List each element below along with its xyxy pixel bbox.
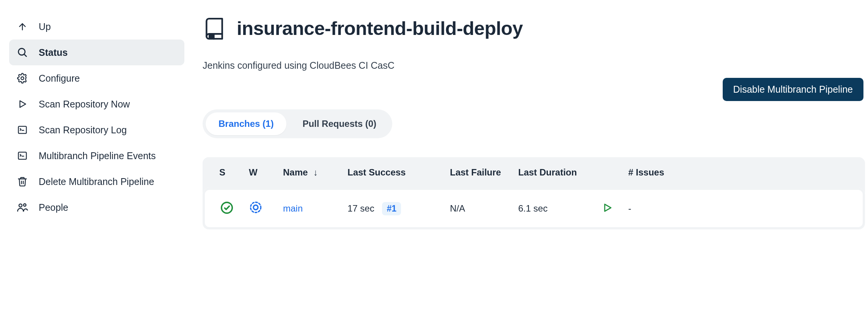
tab-bar: Branches (1) Pull Requests (0) [203, 109, 392, 138]
sidebar-item-scan-now[interactable]: Scan Repository Now [9, 91, 184, 117]
sidebar-item-scan-log[interactable]: Scan Repository Log [9, 117, 184, 143]
people-icon [17, 202, 28, 213]
sort-arrow-icon: ↓ [313, 167, 318, 177]
disable-multibranch-button[interactable]: Disable Multibranch Pipeline [723, 78, 863, 101]
sidebar-item-label: Scan Repository Log [39, 125, 127, 136]
sidebar-item-label: Status [39, 47, 68, 58]
col-status[interactable]: S [203, 157, 241, 188]
sidebar-item-label: Up [39, 21, 51, 32]
weather-sunny-icon [249, 201, 263, 214]
col-last-success[interactable]: Last Success [340, 157, 442, 188]
col-weather[interactable]: W [241, 157, 275, 188]
svg-point-8 [253, 205, 258, 210]
tab-branches[interactable]: Branches (1) [206, 112, 286, 135]
col-run [594, 157, 621, 188]
tab-pull-requests[interactable]: Pull Requests (0) [289, 112, 389, 135]
svg-point-9 [251, 202, 261, 213]
sidebar-item-delete[interactable]: Delete Multibranch Pipeline [9, 169, 184, 194]
svg-point-1 [21, 77, 24, 79]
build-badge[interactable]: #1 [382, 202, 401, 215]
col-name-label: Name [283, 167, 308, 177]
terminal-icon [17, 124, 28, 136]
sidebar-item-label: People [39, 202, 68, 213]
last-duration-text: 6.1 sec [511, 188, 594, 229]
sidebar-item-configure[interactable]: Configure [9, 65, 184, 91]
sidebar-item-status[interactable]: Status [9, 40, 184, 65]
sidebar-item-people[interactable]: People [9, 194, 184, 220]
sidebar-item-up[interactable]: Up [9, 14, 184, 40]
sidebar-item-events[interactable]: Multibranch Pipeline Events [9, 143, 184, 169]
last-failure-text: N/A [442, 188, 511, 229]
last-success-text: 17 sec [348, 203, 374, 213]
col-name[interactable]: Name ↓ [275, 157, 340, 188]
svg-point-5 [19, 204, 22, 207]
col-issues[interactable]: # Issues [621, 157, 865, 188]
branch-link-main[interactable]: main [283, 203, 303, 213]
run-build-button[interactable] [602, 202, 613, 213]
sidebar-item-label: Configure [39, 73, 80, 84]
svg-point-6 [24, 204, 26, 207]
table-row: main 17 sec #1 N/A 6.1 sec [203, 188, 865, 229]
sidebar-item-label: Scan Repository Now [39, 99, 130, 110]
book-bookmark-icon [203, 17, 226, 40]
gear-icon [17, 73, 28, 84]
terminal-icon [17, 150, 28, 161]
svg-marker-2 [20, 101, 26, 107]
main-content: insurance-frontend-build-deploy Jenkins … [193, 0, 868, 316]
sidebar-item-label: Multibranch Pipeline Events [39, 150, 156, 161]
page-title-row: insurance-frontend-build-deploy [203, 17, 865, 40]
page-title: insurance-frontend-build-deploy [237, 17, 523, 40]
sidebar-item-label: Delete Multibranch Pipeline [39, 176, 154, 187]
trash-icon [17, 176, 28, 187]
svg-marker-10 [605, 204, 611, 211]
branches-table: S W Name ↓ Last Success Last Failure Las… [203, 157, 865, 229]
play-icon [17, 98, 28, 110]
col-last-failure[interactable]: Last Failure [442, 157, 511, 188]
sidebar: Up Status Configure Scan Repository Now … [0, 0, 193, 316]
issues-text: - [621, 188, 865, 229]
arrow-up-icon [17, 21, 28, 32]
col-last-duration[interactable]: Last Duration [511, 157, 594, 188]
search-icon [17, 47, 28, 58]
status-success-icon [220, 201, 234, 215]
page-subtitle: Jenkins configured using CloudBees CI Ca… [203, 60, 865, 71]
